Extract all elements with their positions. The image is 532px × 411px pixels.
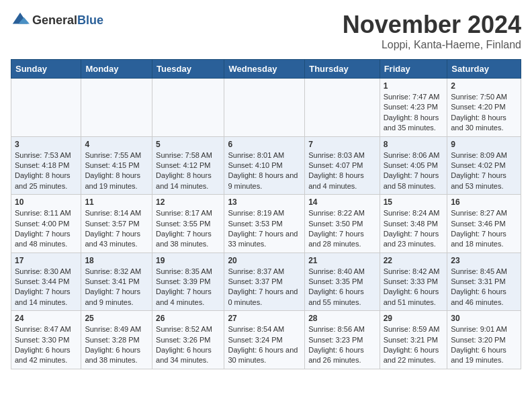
calendar-cell: 1Sunrise: 7:47 AM Sunset: 4:23 PM Daylig… <box>380 79 447 137</box>
day-info: Sunrise: 8:56 AM Sunset: 3:23 PM Dayligh… <box>308 324 375 366</box>
calendar-cell: 3Sunrise: 7:53 AM Sunset: 4:18 PM Daylig… <box>11 136 81 195</box>
calendar-cell: 7Sunrise: 8:03 AM Sunset: 4:07 PM Daylig… <box>305 136 380 195</box>
calendar-cell: 13Sunrise: 8:19 AM Sunset: 3:53 PM Dayli… <box>224 195 305 253</box>
day-info: Sunrise: 8:47 AM Sunset: 3:30 PM Dayligh… <box>15 324 77 366</box>
day-number: 11 <box>85 197 148 207</box>
calendar-cell: 20Sunrise: 8:37 AM Sunset: 3:37 PM Dayli… <box>224 253 305 311</box>
logo-blue: Blue <box>77 13 103 27</box>
day-info: Sunrise: 8:54 AM Sunset: 3:24 PM Dayligh… <box>228 324 301 366</box>
calendar-cell: 6Sunrise: 8:01 AM Sunset: 4:10 PM Daylig… <box>224 136 305 195</box>
calendar-cell: 14Sunrise: 8:22 AM Sunset: 3:50 PM Dayli… <box>305 195 380 253</box>
calendar-cell <box>81 79 152 137</box>
calendar-cell: 8Sunrise: 8:06 AM Sunset: 4:05 PM Daylig… <box>380 136 447 195</box>
calendar-cell: 19Sunrise: 8:35 AM Sunset: 3:39 PM Dayli… <box>152 253 224 311</box>
calendar-week-row: 3Sunrise: 7:53 AM Sunset: 4:18 PM Daylig… <box>11 136 521 195</box>
logo-general: General <box>32 13 77 27</box>
day-info: Sunrise: 8:37 AM Sunset: 3:37 PM Dayligh… <box>228 267 301 308</box>
day-number: 19 <box>156 256 220 265</box>
calendar-cell: 15Sunrise: 8:24 AM Sunset: 3:48 PM Dayli… <box>380 195 447 253</box>
day-info: Sunrise: 8:06 AM Sunset: 4:05 PM Dayligh… <box>384 150 444 192</box>
logo-text: GeneralBlue <box>32 13 103 28</box>
day-number: 2 <box>451 81 517 91</box>
calendar-body: 1Sunrise: 7:47 AM Sunset: 4:23 PM Daylig… <box>11 79 521 369</box>
logo-icon <box>11 11 30 30</box>
day-number: 21 <box>308 256 375 265</box>
day-info: Sunrise: 8:40 AM Sunset: 3:35 PM Dayligh… <box>308 267 375 308</box>
month-title: November 2024 <box>343 11 521 39</box>
calendar-week-row: 24Sunrise: 8:47 AM Sunset: 3:30 PM Dayli… <box>11 311 521 369</box>
day-number: 26 <box>156 314 220 323</box>
header-row: SundayMondayTuesdayWednesdayThursdayFrid… <box>11 60 521 79</box>
day-info: Sunrise: 8:35 AM Sunset: 3:39 PM Dayligh… <box>156 267 220 308</box>
day-info: Sunrise: 7:58 AM Sunset: 4:12 PM Dayligh… <box>156 150 220 192</box>
calendar-week-row: 10Sunrise: 8:11 AM Sunset: 4:00 PM Dayli… <box>11 195 521 253</box>
calendar-cell: 9Sunrise: 8:09 AM Sunset: 4:02 PM Daylig… <box>447 136 521 195</box>
calendar-cell: 30Sunrise: 9:01 AM Sunset: 3:20 PM Dayli… <box>447 311 521 369</box>
day-info: Sunrise: 9:01 AM Sunset: 3:20 PM Dayligh… <box>451 324 517 366</box>
day-info: Sunrise: 8:27 AM Sunset: 3:46 PM Dayligh… <box>451 208 517 250</box>
header-cell-thursday: Thursday <box>305 60 380 79</box>
day-info: Sunrise: 7:55 AM Sunset: 4:15 PM Dayligh… <box>85 150 148 192</box>
day-number: 9 <box>451 140 517 149</box>
day-number: 18 <box>85 256 148 265</box>
calendar-cell: 21Sunrise: 8:40 AM Sunset: 3:35 PM Dayli… <box>305 253 380 311</box>
day-info: Sunrise: 8:01 AM Sunset: 4:10 PM Dayligh… <box>228 150 301 192</box>
calendar-cell: 2Sunrise: 7:50 AM Sunset: 4:20 PM Daylig… <box>447 79 521 137</box>
header-cell-wednesday: Wednesday <box>224 60 305 79</box>
day-info: Sunrise: 8:49 AM Sunset: 3:28 PM Dayligh… <box>85 324 148 366</box>
day-info: Sunrise: 8:30 AM Sunset: 3:44 PM Dayligh… <box>15 267 77 308</box>
day-info: Sunrise: 7:50 AM Sunset: 4:20 PM Dayligh… <box>451 92 517 134</box>
day-info: Sunrise: 8:42 AM Sunset: 3:33 PM Dayligh… <box>384 267 444 308</box>
calendar-cell: 22Sunrise: 8:42 AM Sunset: 3:33 PM Dayli… <box>380 253 447 311</box>
header-cell-monday: Monday <box>81 60 152 79</box>
location-title: Loppi, Kanta-Haeme, Finland <box>343 39 521 51</box>
day-number: 10 <box>15 197 77 207</box>
day-info: Sunrise: 8:17 AM Sunset: 3:55 PM Dayligh… <box>156 208 220 250</box>
day-number: 20 <box>228 256 301 265</box>
day-number: 25 <box>85 314 148 323</box>
calendar-week-row: 1Sunrise: 7:47 AM Sunset: 4:23 PM Daylig… <box>11 79 521 137</box>
calendar-cell: 11Sunrise: 8:14 AM Sunset: 3:57 PM Dayli… <box>81 195 152 253</box>
day-number: 22 <box>384 256 444 265</box>
calendar-cell: 27Sunrise: 8:54 AM Sunset: 3:24 PM Dayli… <box>224 311 305 369</box>
calendar-cell: 12Sunrise: 8:17 AM Sunset: 3:55 PM Dayli… <box>152 195 224 253</box>
day-number: 16 <box>451 197 517 207</box>
day-number: 6 <box>228 140 301 149</box>
day-info: Sunrise: 8:22 AM Sunset: 3:50 PM Dayligh… <box>308 208 375 250</box>
calendar-cell <box>305 79 380 137</box>
calendar-cell: 29Sunrise: 8:59 AM Sunset: 3:21 PM Dayli… <box>380 311 447 369</box>
day-info: Sunrise: 8:32 AM Sunset: 3:41 PM Dayligh… <box>85 267 148 308</box>
day-info: Sunrise: 7:47 AM Sunset: 4:23 PM Dayligh… <box>384 92 444 134</box>
day-number: 13 <box>228 197 301 207</box>
logo: GeneralBlue <box>11 11 103 30</box>
day-info: Sunrise: 8:52 AM Sunset: 3:26 PM Dayligh… <box>156 324 220 366</box>
day-info: Sunrise: 7:53 AM Sunset: 4:18 PM Dayligh… <box>15 150 77 192</box>
day-number: 14 <box>308 197 375 207</box>
day-number: 24 <box>15 314 77 323</box>
day-info: Sunrise: 8:19 AM Sunset: 3:53 PM Dayligh… <box>228 208 301 250</box>
day-info: Sunrise: 8:11 AM Sunset: 4:00 PM Dayligh… <box>15 208 77 250</box>
calendar-cell: 4Sunrise: 7:55 AM Sunset: 4:15 PM Daylig… <box>81 136 152 195</box>
day-number: 7 <box>308 140 375 149</box>
day-info: Sunrise: 8:24 AM Sunset: 3:48 PM Dayligh… <box>384 208 444 250</box>
day-number: 30 <box>451 314 517 323</box>
calendar-cell: 24Sunrise: 8:47 AM Sunset: 3:30 PM Dayli… <box>11 311 81 369</box>
day-info: Sunrise: 8:59 AM Sunset: 3:21 PM Dayligh… <box>384 324 444 366</box>
calendar-cell <box>152 79 224 137</box>
calendar-cell: 23Sunrise: 8:45 AM Sunset: 3:31 PM Dayli… <box>447 253 521 311</box>
day-info: Sunrise: 8:14 AM Sunset: 3:57 PM Dayligh… <box>85 208 148 250</box>
day-number: 17 <box>15 256 77 265</box>
day-number: 1 <box>384 81 444 91</box>
calendar-cell: 16Sunrise: 8:27 AM Sunset: 3:46 PM Dayli… <box>447 195 521 253</box>
calendar-cell: 17Sunrise: 8:30 AM Sunset: 3:44 PM Dayli… <box>11 253 81 311</box>
day-info: Sunrise: 8:45 AM Sunset: 3:31 PM Dayligh… <box>451 267 517 308</box>
calendar-cell: 28Sunrise: 8:56 AM Sunset: 3:23 PM Dayli… <box>305 311 380 369</box>
day-info: Sunrise: 8:03 AM Sunset: 4:07 PM Dayligh… <box>308 150 375 192</box>
calendar-cell: 5Sunrise: 7:58 AM Sunset: 4:12 PM Daylig… <box>152 136 224 195</box>
title-area: November 2024 Loppi, Kanta-Haeme, Finlan… <box>343 11 521 51</box>
calendar-cell: 26Sunrise: 8:52 AM Sunset: 3:26 PM Dayli… <box>152 311 224 369</box>
header-cell-friday: Friday <box>380 60 447 79</box>
calendar-cell: 10Sunrise: 8:11 AM Sunset: 4:00 PM Dayli… <box>11 195 81 253</box>
calendar-table: SundayMondayTuesdayWednesdayThursdayFrid… <box>11 59 521 369</box>
page-header: GeneralBlue November 2024 Loppi, Kanta-H… <box>11 11 521 51</box>
